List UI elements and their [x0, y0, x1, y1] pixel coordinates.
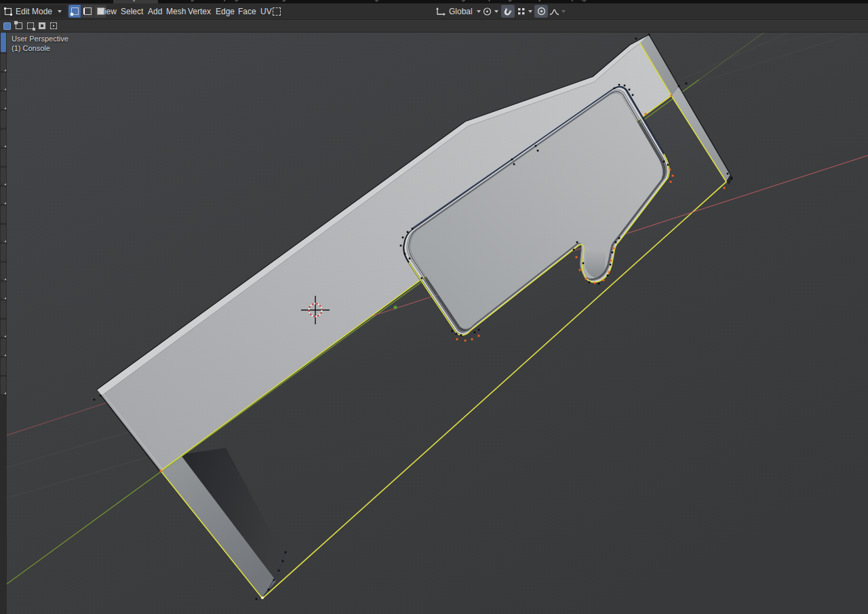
toolbar-column	[0, 32, 7, 614]
workspace-tab-geometry-nodes[interactable]: Geometry Nodes	[512, 0, 564, 1]
viewport-overlay-text: User Perspective (1) Console	[12, 34, 68, 53]
tool-button[interactable]	[1, 149, 6, 166]
menu-add[interactable]: Add	[148, 3, 162, 19]
menu-view[interactable]: View	[99, 3, 117, 19]
view-name-label: User Perspective	[12, 34, 68, 43]
tool-button[interactable]	[1, 54, 6, 71]
edge-select-button[interactable]	[81, 5, 94, 18]
blender-window: { "workspace_tabs": { "items": [ {"label…	[0, 0, 868, 614]
workspace-tab-uv-editing[interactable]: UV Editing	[254, 0, 285, 1]
tool-button[interactable]	[1, 168, 6, 185]
workspace-tab-rendering[interactable]: Rendering	[434, 0, 465, 1]
select-mode-subtract-button[interactable]	[25, 21, 35, 31]
tool-button[interactable]	[1, 111, 6, 128]
tool-button[interactable]	[1, 358, 6, 375]
tool-button[interactable]	[1, 377, 6, 394]
magnet-icon	[503, 7, 513, 16]
chevron-down-icon	[477, 10, 481, 13]
select-mode-invert-button[interactable]	[37, 21, 47, 31]
menu-uv[interactable]: UV	[260, 3, 272, 19]
mode-dropdown[interactable]: Edit Mode	[1, 5, 66, 18]
tool-button[interactable]	[1, 320, 6, 337]
select-mode-set-button[interactable]	[2, 21, 12, 31]
workspace-tab-shading[interactable]: Shading	[354, 0, 379, 1]
workspace-tab-sculpting[interactable]: Sculpting	[210, 0, 238, 1]
menu-select[interactable]: Select	[121, 3, 143, 19]
snap-settings-icon	[517, 7, 526, 16]
edge-select-icon	[84, 7, 92, 15]
select-mode-options	[2, 21, 58, 31]
tool-settings-bar	[0, 20, 868, 33]
viewport-header: Edit Mode ViewSelectAddMeshVertexEdgeFac…	[0, 3, 868, 20]
tool-button[interactable]	[1, 92, 6, 109]
editmode-icon	[4, 7, 12, 16]
chevron-down-icon	[528, 10, 532, 13]
chevron-down-icon	[58, 10, 62, 13]
menu-vertex[interactable]: Vertex	[188, 3, 211, 19]
tool-button[interactable]	[1, 244, 6, 261]
orientation-dropdown[interactable]: Global	[435, 3, 481, 19]
tool-button-active[interactable]	[1, 32, 6, 52]
orientation-icon	[435, 7, 446, 16]
xray-toggle-button[interactable]	[273, 3, 281, 19]
viewport-3d[interactable]	[0, 0, 868, 614]
workspace-tab-layout[interactable]: Layout	[125, 0, 146, 1]
object-name-label: (1) Console	[12, 43, 68, 53]
xray-toggle-icon	[273, 7, 281, 16]
tool-button[interactable]	[1, 187, 6, 204]
mesh-console-object[interactable]	[0, 0, 868, 614]
select-mode-extend-button[interactable]	[14, 21, 24, 31]
vertex-select-button[interactable]	[68, 5, 81, 18]
proportional-editing-button[interactable]	[534, 5, 548, 18]
falloff-curve-icon	[549, 7, 559, 16]
select-mode-intersect-button[interactable]	[48, 21, 58, 31]
mesh-selected-vertices	[261, 596, 263, 598]
tool-button[interactable]	[1, 225, 6, 242]
menu-face[interactable]: Face	[238, 3, 256, 19]
workspace-tab-modeling[interactable]: Modeling	[167, 0, 195, 1]
workspace-tab-animation[interactable]: Animation	[393, 0, 422, 1]
tool-button[interactable]	[1, 130, 6, 147]
falloff-dropdown[interactable]	[549, 3, 566, 19]
pivot-dropdown[interactable]	[482, 3, 498, 19]
tool-button[interactable]	[1, 73, 6, 90]
chevron-down-icon	[494, 10, 498, 13]
tool-button[interactable]	[1, 263, 6, 280]
pivot-icon	[482, 7, 492, 16]
workspace-tab-strip[interactable]: LayoutModelingSculptingUV EditingTexture…	[0, 0, 868, 3]
orientation-label: Global	[449, 7, 473, 16]
workspace-tab-compositing[interactable]: Compositing	[474, 0, 512, 1]
mode-label: Edit Mode	[16, 7, 52, 16]
menu-mesh[interactable]: Mesh	[166, 3, 186, 19]
snap-toggle-button[interactable]	[501, 5, 515, 18]
tool-button[interactable]	[1, 282, 6, 299]
proportional-editing-icon	[537, 7, 546, 16]
add-workspace-button[interactable]: +	[580, 0, 584, 3]
tool-button[interactable]	[1, 206, 6, 223]
tool-button[interactable]	[1, 301, 6, 318]
tool-button[interactable]	[1, 339, 6, 356]
vertex-select-icon	[71, 7, 79, 15]
menu-edge[interactable]: Edge	[216, 3, 235, 19]
chevron-down-icon	[561, 10, 566, 13]
workspace-tab-texture-paint[interactable]: Texture Paint	[299, 0, 338, 1]
snap-settings-dropdown[interactable]	[517, 3, 532, 19]
